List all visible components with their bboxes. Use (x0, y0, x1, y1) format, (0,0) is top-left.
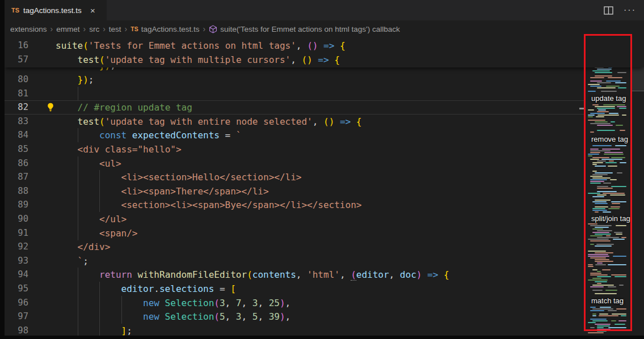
code-text: }); (78, 73, 94, 87)
ts-file-icon: TS (11, 7, 19, 14)
minimap-code-line (595, 264, 605, 265)
minimap-code-line (615, 82, 626, 83)
minimap[interactable]: update tagremove tagsplit/join tagmatch … (586, 37, 631, 336)
minimap-code-line (588, 332, 604, 333)
indent-guide (78, 128, 78, 142)
code-line[interactable]: 86<ul> (5, 156, 644, 171)
minimap-code-line (599, 313, 608, 315)
minimap-code-line (597, 237, 619, 238)
minimap-code-line (598, 109, 606, 111)
minimap-code-line (588, 91, 596, 92)
indent-guide (78, 198, 78, 212)
minimap-code-line (592, 145, 612, 146)
tab-tagactions[interactable]: TS tagActions.test.ts × (5, 0, 107, 20)
symbol-cube-icon (209, 25, 217, 33)
line-number: 96 (5, 296, 28, 310)
breadcrumb-item[interactable]: src (89, 25, 99, 33)
code-text: const expectedContents = ` (99, 128, 241, 142)
code-line[interactable]: 84const expectedContents = ` (5, 128, 644, 142)
code-line[interactable]: 94return withRandomFileEditor(contents, … (5, 268, 644, 282)
code-line[interactable]: 98]; (5, 324, 644, 336)
minimap-code-line (606, 80, 621, 82)
indent-guide (99, 324, 100, 336)
breadcrumb-item[interactable]: extensions (10, 25, 47, 33)
indent-guide (78, 324, 78, 336)
breadcrumb-item[interactable]: suite('Tests for Emmet actions on html t… (209, 25, 400, 33)
breadcrumb-item[interactable]: test (109, 25, 121, 33)
minimap-code-line (597, 111, 609, 112)
minimap-code-line (590, 235, 603, 236)
close-icon[interactable]: × (90, 6, 95, 15)
minimap-code-line (592, 290, 603, 291)
minimap-code-line (595, 227, 609, 228)
code-text: // #region update tag (78, 100, 192, 115)
code-line[interactable]: 83test('update tag with entire node sele… (5, 115, 644, 129)
line-number: 86 (5, 156, 28, 171)
minimap-code-line (592, 104, 599, 105)
line-number: 95 (5, 282, 28, 296)
code-line[interactable]: 89<section><li><span>Bye</span></li></se… (5, 198, 644, 212)
sticky-line[interactable]: 57test('update tag with multiple cursors… (5, 53, 644, 67)
line-number: 88 (5, 184, 28, 198)
code-text: <ul> (99, 156, 121, 171)
more-actions-icon[interactable]: ··· (624, 5, 636, 15)
code-line[interactable]: 96new Selection(3, 7, 3, 25), (5, 296, 644, 310)
indent-guide (78, 212, 78, 226)
code-line[interactable]: 81 (5, 87, 644, 101)
code-line[interactable]: 91<span/> (5, 226, 644, 240)
code-text: test('update tag with multiple cursors',… (78, 53, 340, 67)
code-text: `; (78, 254, 89, 268)
minimap-code-line (597, 125, 613, 126)
code-line[interactable]: 93`; (5, 254, 644, 268)
minimap-code-line (597, 191, 617, 192)
minimap-code-line (588, 254, 608, 255)
minimap-code-line (617, 72, 626, 73)
minimap-code-line (617, 106, 626, 107)
breadcrumb-item[interactable]: TStagActions.test.ts (131, 25, 199, 33)
minimap-code-line (592, 164, 597, 165)
minimap-code-line (595, 206, 608, 207)
minimap-code-line (588, 279, 608, 281)
code-line[interactable]: 80}); (5, 73, 644, 87)
indent-guide (78, 87, 78, 101)
minimap-code-line (595, 259, 609, 260)
minimap-code-line (617, 172, 622, 173)
indent-guide (78, 310, 78, 324)
sticky-line[interactable]: 16suite('Tests for Emmet actions on html… (5, 39, 644, 53)
code-line[interactable]: 88<li><span>There</span></li> (5, 184, 644, 198)
line-number: 84 (5, 128, 28, 142)
lightbulb-icon[interactable] (45, 102, 56, 112)
minimap-code-line (597, 276, 611, 277)
code-line[interactable]: 82// #region update tag (5, 100, 644, 115)
minimap-code-line (595, 72, 612, 73)
indent-guide (78, 226, 78, 240)
minimap-code-line (611, 274, 626, 276)
minimap-code-line (619, 285, 624, 286)
minimap-code-line (611, 157, 625, 158)
code-editor[interactable]: });80});8182// #region update tag83test(… (5, 37, 644, 336)
minimap-code-line (597, 230, 612, 231)
minimap-code-line (595, 200, 611, 201)
editor-actions: ··· (604, 0, 636, 20)
code-text: </div> (78, 240, 111, 254)
minimap-code-line (590, 244, 594, 245)
minimap-code-line (590, 274, 608, 276)
minimap-code-line (602, 149, 620, 150)
code-line[interactable]: 85<div class="hello"> (5, 142, 644, 156)
breadcrumb-separator: › (125, 24, 128, 33)
minimap-code-line (600, 307, 611, 308)
code-line[interactable]: 92</div> (5, 240, 644, 254)
minimap-code-line (590, 123, 611, 124)
split-editor-icon[interactable] (604, 6, 613, 15)
code-line[interactable]: 97new Selection(5, 3, 5, 39), (5, 310, 644, 324)
code-line[interactable]: 87<li><section>Hello</section></li> (5, 170, 644, 184)
breadcrumb-label: tagActions.test.ts (141, 25, 200, 33)
minimap-code-line (588, 256, 609, 257)
minimap-code-line (603, 104, 625, 105)
minimap-code-line (597, 69, 612, 70)
line-number: 81 (5, 87, 28, 101)
code-line[interactable]: 95editor.selections = [ (5, 282, 644, 296)
code-line[interactable]: 90</ul> (5, 212, 644, 226)
breadcrumb-item[interactable]: emmet (56, 25, 79, 33)
minimap-code-line (590, 179, 607, 180)
